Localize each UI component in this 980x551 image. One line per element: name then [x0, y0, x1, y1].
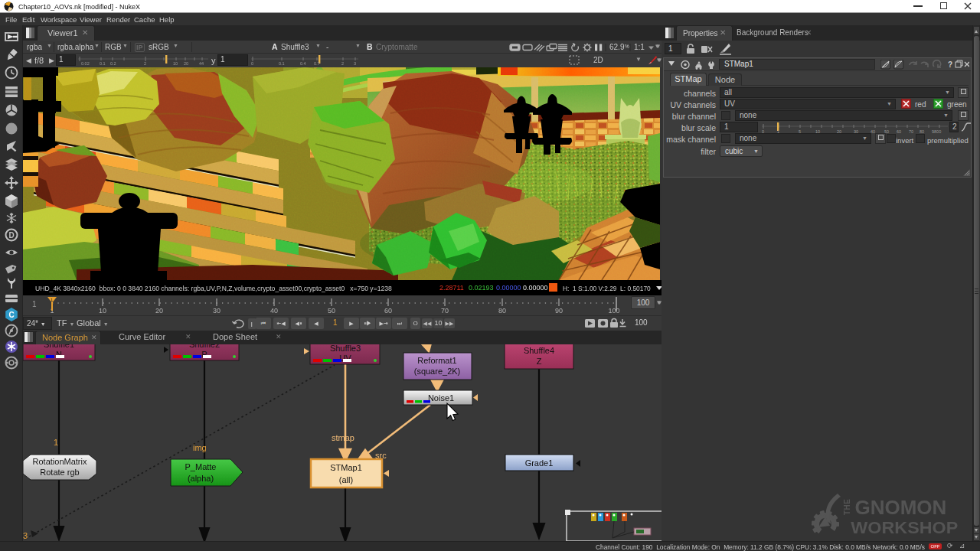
svg-text:30: 30 — [213, 307, 220, 315]
svg-text:90: 90 — [555, 307, 563, 315]
svg-text:Noise1: Noise1 — [428, 393, 454, 403]
svg-text:Shuffle4: Shuffle4 — [524, 346, 554, 355]
svg-text:D: D — [8, 231, 14, 240]
svg-text:44: 44 — [199, 61, 204, 66]
svg-text:20: 20 — [184, 61, 188, 66]
svg-text:0.1: 0.1 — [279, 61, 285, 66]
svg-text:%: % — [625, 44, 629, 49]
svg-text:0.7: 0.7 — [314, 61, 320, 66]
svg-text:70: 70 — [909, 129, 913, 134]
svg-text:3: 3 — [354, 61, 356, 66]
svg-text:stmap: stmap — [332, 433, 354, 442]
svg-text:1:1: 1:1 — [634, 43, 645, 51]
svg-text:Z: Z — [537, 357, 542, 366]
svg-text:10: 10 — [173, 61, 178, 66]
svg-text:THE: THE — [843, 499, 851, 516]
svg-text:RotationMatrix: RotationMatrix — [33, 457, 87, 466]
svg-text:3: 3 — [23, 531, 28, 540]
svg-text:STMap1: STMap1 — [330, 463, 362, 472]
svg-text:(all): (all) — [339, 475, 353, 484]
svg-text:0.02: 0.02 — [81, 61, 90, 66]
svg-text:20: 20 — [155, 307, 163, 315]
svg-text:0.4: 0.4 — [300, 61, 306, 66]
svg-text:(square_2K): (square_2K) — [414, 367, 461, 376]
svg-text:2: 2 — [144, 61, 146, 66]
svg-text:70: 70 — [441, 307, 449, 315]
svg-text:40: 40 — [270, 307, 278, 315]
svg-text:I: I — [251, 321, 253, 328]
svg-text:img: img — [193, 443, 207, 452]
svg-text:Reformat1: Reformat1 — [417, 356, 456, 365]
svg-text:Rotate rgb: Rotate rgb — [40, 468, 79, 477]
svg-text:60: 60 — [897, 129, 901, 134]
svg-text:1: 1 — [32, 300, 37, 308]
svg-text:2: 2 — [341, 61, 344, 66]
svg-text:100: 100 — [608, 307, 619, 315]
svg-text:62.9: 62.9 — [609, 43, 625, 51]
svg-text:0.2: 0.2 — [110, 61, 116, 66]
svg-text:80: 80 — [498, 307, 506, 315]
svg-text:Grade1: Grade1 — [525, 458, 554, 468]
svg-text:0.1: 0.1 — [100, 61, 106, 66]
svg-text:Shuffle3: Shuffle3 — [330, 344, 361, 353]
svg-text:1: 1 — [54, 438, 58, 447]
svg-text:50: 50 — [328, 307, 335, 315]
svg-text:WORKSHOP: WORKSHOP — [851, 518, 958, 537]
svg-text:0: 0 — [251, 61, 253, 66]
svg-text:P_Matte: P_Matte — [185, 462, 217, 471]
svg-text:GNOMON: GNOMON — [854, 497, 946, 517]
svg-text:10: 10 — [99, 307, 106, 315]
svg-text:9800: 9800 — [932, 129, 941, 134]
svg-text:(alpha): (alpha) — [188, 474, 214, 483]
svg-text:60: 60 — [384, 307, 392, 315]
svg-text:C: C — [8, 311, 14, 319]
svg-text:?: ? — [948, 60, 952, 69]
